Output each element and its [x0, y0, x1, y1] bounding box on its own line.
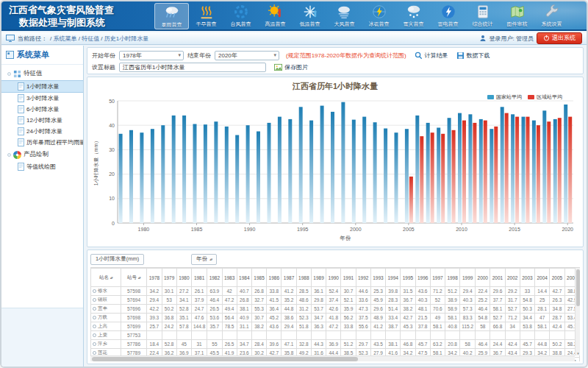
- table-row[interactable]: 宜丰5769642.250.252.824.726.549.438.155.33…: [91, 305, 580, 314]
- toolbar-item-high-temp[interactable]: 高温普查: [258, 3, 293, 29]
- scroll-down-arrow[interactable]: ▾: [576, 351, 580, 355]
- station-name-cell[interactable]: 上高: [91, 322, 121, 331]
- breadcrumb-item[interactable]: 系统菜单: [53, 35, 76, 42]
- app-title: 江西省气象灾害风险普查 数据处理与制图系统: [9, 4, 114, 29]
- station-name-cell[interactable]: 上栗: [91, 331, 121, 340]
- year-sort-box[interactable]: 年份▴▾: [191, 254, 217, 265]
- col-header-year[interactable]: 1994: [386, 269, 401, 287]
- radio-icon[interactable]: [93, 333, 96, 337]
- expander-icon[interactable]: [7, 153, 11, 157]
- col-header-year[interactable]: 2003: [520, 269, 534, 287]
- col-header-year[interactable]: 1996: [415, 269, 430, 287]
- col-header-year[interactable]: 1986: [267, 269, 282, 287]
- col-header-year[interactable]: 1999: [460, 269, 476, 287]
- toolbar-item-snow[interactable]: 雪灾普查: [396, 3, 431, 29]
- calc-result-button[interactable]: 计算结果: [415, 52, 448, 60]
- col-header-year[interactable]: 2005: [550, 269, 564, 287]
- sidebar-item[interactable]: 历年暴雨过程平均雨量: [1, 137, 83, 148]
- sidebar-group-products[interactable]: 产品绘制: [1, 148, 83, 161]
- value-cell: [550, 331, 564, 340]
- col-header-year[interactable]: 1979: [162, 269, 176, 287]
- legend-item[interactable]: 国家站平均: [487, 93, 522, 101]
- radio-icon[interactable]: [93, 342, 96, 346]
- radio-icon[interactable]: [93, 316, 96, 319]
- toolbar-item-low-temp[interactable]: 低温普查: [293, 3, 327, 29]
- table-row[interactable]: 上栗57753: [91, 331, 580, 340]
- col-header-year[interactable]: 1987: [282, 269, 296, 287]
- col-header-year[interactable]: 1998: [445, 269, 460, 287]
- radio-icon[interactable]: [93, 307, 96, 311]
- sort-icons[interactable]: ▴▾: [209, 257, 212, 261]
- table-row[interactable]: 萍乡5778618.452.845315526.534.728.439.647.…: [91, 340, 580, 349]
- toolbar-item-lightning[interactable]: 雷电普查: [431, 3, 465, 29]
- col-header-year[interactable]: 1992: [356, 269, 370, 287]
- sort-icons[interactable]: ▴▾: [110, 275, 112, 280]
- col-header-year[interactable]: 2001: [490, 269, 505, 287]
- precip-chart[interactable]: 0102030405019801985199019952000200520102…: [91, 98, 579, 242]
- col-header-year[interactable]: 1985: [251, 269, 266, 287]
- col-header-year[interactable]: 1984: [237, 269, 251, 287]
- sun-thermometer-icon: [268, 4, 284, 20]
- station-name-cell[interactable]: 修水: [91, 287, 121, 296]
- station-name-cell[interactable]: 万载: [91, 314, 121, 322]
- sidebar-item[interactable]: 3小时降水量: [1, 93, 83, 104]
- table-row[interactable]: 万载5769839.336.835.147.653.656.440.930.74…: [91, 314, 580, 322]
- col-header-year[interactable]: 1981: [191, 269, 207, 287]
- end-year-select[interactable]: 2020年▾: [215, 51, 279, 60]
- toolbar-item-typhoon[interactable]: 台风普查: [223, 3, 258, 29]
- toolbar-item-hail[interactable]: 冰雹普查: [362, 3, 396, 29]
- hscroll-thumb[interactable]: [92, 357, 358, 361]
- col-header-year[interactable]: 2004: [535, 269, 550, 287]
- save-image-button[interactable]: 保存图片: [274, 63, 308, 71]
- vscroll-thumb[interactable]: [576, 269, 580, 306]
- toolbar-item-gale[interactable]: 大风普查: [327, 3, 362, 29]
- col-header-year[interactable]: 1990: [326, 269, 341, 287]
- sidebar-item[interactable]: 等值线绘图: [1, 161, 83, 172]
- toolbar-item-map-review[interactable]: 图件审核: [500, 3, 534, 29]
- start-year-select[interactable]: 1978年▾: [119, 51, 184, 60]
- table-row[interactable]: 铜鼓5769429.45334.137.946.447.226.832.741.…: [91, 296, 580, 305]
- col-header-year[interactable]: 1995: [401, 269, 415, 287]
- col-header-name[interactable]: 站名 ▴▾: [91, 269, 121, 287]
- table-row[interactable]: 上高5769925.724.257.8144.835.778.531.138.2…: [91, 322, 580, 331]
- sort-icons[interactable]: ▴▾: [138, 275, 140, 280]
- toolbar-item-rainstorm[interactable]: 暴雨普查: [154, 3, 189, 29]
- legend-item[interactable]: 区域站平均: [528, 93, 562, 101]
- col-header-year[interactable]: 1991: [341, 269, 356, 287]
- logout-button[interactable]: 退出系统: [537, 32, 582, 44]
- col-header-year[interactable]: 1978: [147, 269, 162, 287]
- sidebar-item[interactable]: 12小时降水量: [1, 115, 83, 126]
- col-header-year[interactable]: 2002: [505, 269, 520, 287]
- sidebar-item[interactable]: 24小时降水量: [1, 126, 83, 137]
- radio-icon[interactable]: [93, 325, 96, 328]
- col-header-year[interactable]: 1997: [430, 269, 445, 287]
- col-header-year[interactable]: 1989: [311, 269, 326, 287]
- toolbar-item-statistics[interactable]: 综合统计: [465, 3, 500, 29]
- breadcrumb-item[interactable]: 历史1小时降水量: [104, 35, 148, 42]
- col-header-year[interactable]: 1993: [370, 269, 385, 287]
- col-header-year[interactable]: 2000: [476, 269, 490, 287]
- toolbar-item-settings[interactable]: 系统设置: [534, 3, 569, 29]
- data-download-button[interactable]: 数据下载: [456, 52, 490, 60]
- sidebar-group-features[interactable]: 特征值: [1, 67, 83, 80]
- table-hscrollbar[interactable]: [90, 355, 575, 361]
- table-vscrollbar[interactable]: ▾: [575, 268, 580, 355]
- sidebar-item[interactable]: 6小时降水量: [1, 104, 83, 115]
- sidebar-item[interactable]: 1小时降水量: [1, 80, 83, 93]
- radio-icon[interactable]: [93, 289, 96, 293]
- station-name-cell[interactable]: 铜鼓: [91, 296, 121, 305]
- breadcrumb-item[interactable]: 特征值: [82, 35, 99, 42]
- col-header-year[interactable]: 1988: [296, 269, 311, 287]
- col-header-year[interactable]: 1980: [176, 269, 191, 287]
- radio-icon[interactable]: [93, 298, 96, 302]
- toolbar-item-drought[interactable]: 干旱普查: [189, 3, 223, 29]
- radio-icon[interactable]: [93, 351, 96, 355]
- station-name-cell[interactable]: 萍乡: [91, 340, 121, 349]
- col-header-year[interactable]: 1982: [207, 269, 222, 287]
- table-row[interactable]: 修水5759834.230.127.226.163.94240.726.833.…: [91, 287, 580, 296]
- expander-icon[interactable]: [7, 72, 11, 76]
- chart-title-input[interactable]: [119, 63, 266, 72]
- col-header-id[interactable]: 站号 ▴▾: [121, 269, 147, 287]
- station-name-cell[interactable]: 宜丰: [91, 305, 121, 314]
- col-header-year[interactable]: 1983: [222, 269, 237, 287]
